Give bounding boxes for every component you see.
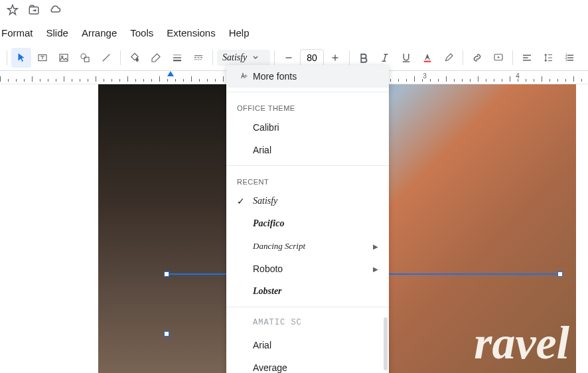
submenu-arrow-icon: ▶: [373, 265, 378, 273]
indent-marker[interactable]: [167, 71, 174, 76]
selection-handle[interactable]: [164, 271, 169, 277]
font-size-input[interactable]: [300, 49, 324, 66]
svg-rect-16: [200, 59, 202, 60]
font-item-pacifico[interactable]: Pacifico: [226, 212, 389, 235]
font-item-arial-2[interactable]: Arial: [226, 334, 389, 356]
svg-rect-20: [523, 57, 528, 58]
font-item-arial[interactable]: Arial: [226, 139, 389, 161]
selection-handle[interactable]: [164, 331, 169, 336]
move-to-icon[interactable]: [28, 4, 40, 18]
add-font-icon: [237, 70, 253, 82]
font-selector[interactable]: Satisfy: [217, 50, 270, 66]
menubar: Format Slide Arrange Tools Extensions He…: [0, 22, 588, 45]
svg-rect-19: [523, 55, 531, 56]
section-recent: RECENT: [226, 170, 389, 190]
font-item-roboto[interactable]: Roboto ▶: [226, 258, 389, 280]
font-name: Satisfy: [222, 52, 247, 63]
link-button[interactable]: [467, 48, 487, 68]
more-fonts-label: More fonts: [253, 71, 378, 82]
menu-extensions[interactable]: Extensions: [167, 27, 215, 38]
font-dropdown: More fonts OFFICE THEME Calibri Arial RE…: [226, 65, 389, 373]
align-button[interactable]: [517, 48, 537, 68]
font-item-amatic[interactable]: Amatic SC: [226, 311, 389, 334]
scrollbar-thumb[interactable]: [384, 317, 388, 370]
border-weight-tool[interactable]: [167, 48, 187, 68]
svg-rect-10: [194, 57, 196, 58]
svg-rect-21: [523, 60, 531, 61]
svg-rect-15: [198, 59, 200, 60]
text-color-button[interactable]: [417, 48, 437, 68]
cloud-icon[interactable]: [49, 4, 61, 18]
svg-rect-6: [173, 55, 181, 56]
font-item-calibri[interactable]: Calibri: [226, 116, 389, 139]
shape-tool[interactable]: [75, 48, 95, 68]
svg-rect-14: [196, 59, 198, 60]
svg-point-4: [81, 54, 86, 59]
menu-help[interactable]: Help: [229, 27, 250, 38]
font-item-lobster[interactable]: Lobster: [226, 280, 389, 303]
svg-rect-13: [194, 59, 196, 60]
chevron-down-icon: [252, 54, 259, 61]
svg-rect-17: [424, 61, 431, 62]
slide-title-text[interactable]: ravel: [474, 317, 569, 370]
select-tool[interactable]: [11, 48, 31, 68]
underline-button[interactable]: [396, 48, 416, 68]
svg-rect-9: [194, 55, 202, 56]
svg-rect-7: [173, 57, 181, 58]
highlight-button[interactable]: [439, 48, 459, 68]
font-item-dancing-script[interactable]: Dancing Script ▶: [226, 235, 389, 258]
more-fonts-item[interactable]: More fonts: [226, 65, 389, 88]
menu-slide[interactable]: Slide: [46, 27, 68, 38]
menu-tools[interactable]: Tools: [130, 27, 153, 38]
menu-arrange[interactable]: Arrange: [82, 27, 117, 38]
submenu-arrow-icon: ▶: [373, 243, 378, 250]
line-spacing-button[interactable]: [538, 48, 558, 68]
svg-rect-2: [60, 54, 68, 62]
svg-rect-23: [567, 57, 573, 58]
image-tool[interactable]: [54, 48, 74, 68]
svg-rect-8: [173, 60, 181, 61]
font-item-satisfy[interactable]: ✓ Satisfy: [226, 190, 389, 212]
ruler-mark: 3: [423, 72, 427, 80]
check-icon: ✓: [237, 196, 253, 206]
font-item-average[interactable]: Average: [226, 356, 389, 373]
svg-rect-22: [567, 55, 573, 56]
svg-rect-11: [198, 57, 200, 58]
border-dash-tool[interactable]: [188, 48, 208, 68]
fill-color-tool[interactable]: [125, 48, 145, 68]
svg-rect-24: [567, 60, 573, 61]
selection-handle[interactable]: [557, 271, 563, 277]
section-theme: OFFICE THEME: [226, 96, 389, 116]
svg-rect-12: [200, 57, 202, 58]
comment-button[interactable]: [488, 48, 508, 68]
textbox-tool[interactable]: [33, 48, 52, 68]
list-button[interactable]: 123: [559, 48, 579, 68]
slide-image-left: [98, 84, 231, 373]
star-icon[interactable]: [7, 4, 19, 18]
line-tool[interactable]: [96, 48, 116, 68]
border-color-tool[interactable]: [146, 48, 166, 68]
menu-format[interactable]: Format: [1, 27, 33, 38]
svg-text:3: 3: [565, 58, 567, 62]
